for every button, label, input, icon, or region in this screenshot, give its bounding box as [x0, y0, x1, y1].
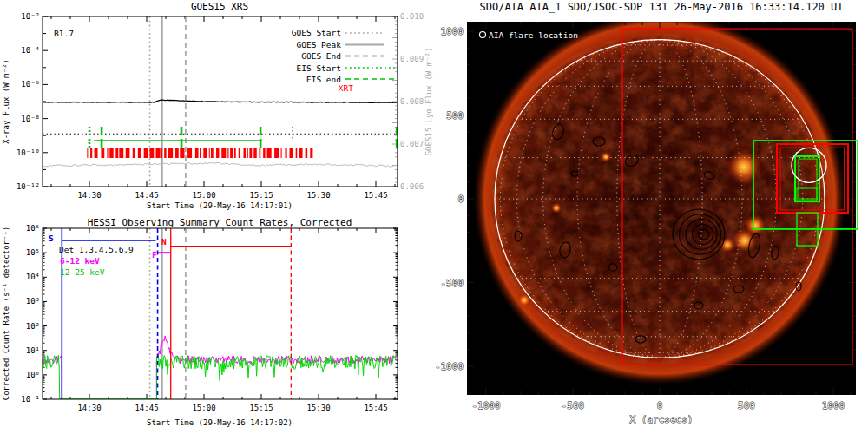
rect [164, 148, 166, 158]
hessi-x-tick-label: 15:15 [249, 404, 273, 412]
rect [87, 148, 88, 158]
hessi-series-6-12keV [156, 336, 396, 399]
rect [144, 148, 148, 158]
aia-x-tick-label: 0 [657, 400, 663, 411]
hessi-x-axis-label: Start Time (29-May-16 14:17:02) [147, 418, 293, 427]
hessi-det-label: Det 1,3,4,5,6,9 [59, 245, 134, 254]
goes-y-tick-label: 10⁻⁸ [21, 115, 40, 123]
legend-eis-end: EIS end [306, 75, 341, 84]
goes-x-tick-label: 15:15 [249, 191, 273, 200]
solarsoft-flare-summary-figure: GOES15 XRS B1.7 X-ray Flux (W m⁻²) GOES1… [0, 0, 868, 434]
rect [209, 148, 210, 158]
bright-region [744, 214, 766, 237]
rect [180, 148, 184, 158]
rect [296, 148, 298, 158]
aia-y-tick-label: 500 [446, 110, 464, 122]
goes-x-tick-label: 14:45 [135, 191, 158, 200]
rect [107, 148, 108, 158]
rect [155, 148, 160, 158]
rect [119, 148, 123, 158]
hessi-flag-f-label: F [152, 250, 157, 260]
rect [239, 148, 240, 158]
rect [285, 148, 286, 158]
hessi-panel: HESSI Observing Summary Count Rates, Cor… [2, 217, 398, 427]
hessi-band1-label: 6-12 keV [60, 256, 100, 266]
goes-y-tick-label: 10⁻¹² [16, 182, 40, 191]
goes-y-tick-label: 10⁻¹⁰ [16, 148, 40, 157]
goes-plot-area: 14:3014:4515:0015:1515:3015:4510⁻²10⁻⁴10… [16, 12, 424, 200]
rect [133, 148, 135, 158]
goes-right-axis-label: GOES15 Lyα Flux (W m⁻²) [424, 48, 433, 156]
goes-right-axis-ticks [392, 16, 398, 187]
rect [243, 148, 246, 158]
hessi-y-tick-label: 10⁻¹ [21, 395, 40, 404]
aia-image [467, 12, 856, 395]
hessi-y-tick-label: 10⁶ [26, 224, 40, 233]
rect [161, 148, 162, 158]
rect [310, 148, 312, 158]
rect [234, 148, 236, 158]
hessi-title: HESSI Observing Summary Count Rates, Cor… [88, 217, 352, 228]
rect [109, 148, 113, 158]
rect [126, 148, 130, 158]
xrt-fov-label: XRT FOV [479, 369, 514, 378]
rect [200, 148, 201, 158]
goes-y-tick-label: 10⁻² [21, 12, 40, 21]
rect [138, 148, 141, 158]
goes-xrs-panel: GOES15 XRS B1.7 X-ray Flux (W m⁻²) GOES1… [2, 1, 433, 210]
goes-lya-flux-line [43, 162, 396, 167]
rect [281, 148, 282, 158]
rect [263, 148, 265, 158]
rect [203, 148, 207, 158]
hessi-y-tick-label: 10³ [26, 297, 40, 306]
rect [175, 148, 179, 158]
rect [95, 148, 98, 158]
aia-y-tick-label: -500 [441, 278, 464, 289]
rect [259, 148, 260, 158]
rect [249, 148, 252, 158]
aia-flare-legend: AIA flare location [480, 30, 578, 40]
hessi-flag-n-label: N [161, 237, 167, 247]
rect [221, 148, 226, 158]
rect [149, 148, 154, 158]
aia-y-tick-label: -1000 [435, 361, 464, 372]
rect [90, 148, 92, 158]
goes-right-tick-label: 0.007 [400, 140, 424, 148]
figure-svg: GOES15 XRS B1.7 X-ray Flux (W m⁻²) GOES1… [0, 0, 868, 434]
rect [289, 148, 293, 158]
hessi-x-tick-label: 15:30 [306, 404, 330, 412]
rect [253, 148, 256, 158]
goes-x-axis-label: Start Time (29-May-16 14:17:01) [147, 201, 293, 210]
goes-y-axis-label: X-ray Flux (W m⁻²) [2, 59, 10, 144]
goes-title: GOES15 XRS [191, 1, 248, 12]
aia-title: SDO/AIA AIA_1 SDO/JSOC-SDP 131 26-May-20… [479, 1, 843, 13]
hessi-x-tick-label: 14:45 [135, 404, 158, 412]
goes-y-axis-ticks [43, 16, 48, 187]
hessi-x-tick-label: 14:30 [77, 404, 101, 412]
hessi-y-axis-label: Corrected Count Rate (s⁻¹ detector⁻¹) [2, 227, 10, 400]
rect [195, 148, 199, 158]
legend-xrt: XRT [339, 83, 353, 93]
goes-x-tick-label: 14:30 [77, 191, 101, 200]
aia-x-tick-label: 1000 [822, 400, 845, 411]
rect [274, 148, 279, 158]
hessi-x-tick-label: 15:45 [364, 404, 387, 412]
rect [115, 148, 118, 158]
aia-x-tick-label: 500 [738, 400, 755, 411]
rect [187, 148, 192, 158]
goes-right-tick-label: 0.008 [400, 97, 424, 106]
hessi-y-tick-label: 10¹ [26, 346, 40, 355]
rect [216, 148, 219, 158]
aia-y-tick-label: 0 [457, 194, 464, 205]
rect [211, 148, 214, 158]
aia-flare-legend-label: AIA flare location [489, 30, 578, 40]
hessi-x-tick-label: 15:00 [192, 404, 215, 412]
goes-right-tick-label: 0.010 [400, 12, 424, 21]
legend-goes-peak: GOES Peak [297, 40, 342, 49]
bright-region [601, 151, 612, 162]
rect [101, 148, 104, 158]
goes-y-tick-label: 10⁻⁴ [21, 46, 40, 55]
aia-x-tick-label: -1000 [471, 400, 500, 411]
bright-region [726, 149, 762, 186]
goes-x-tick-label: 15:00 [192, 191, 215, 200]
